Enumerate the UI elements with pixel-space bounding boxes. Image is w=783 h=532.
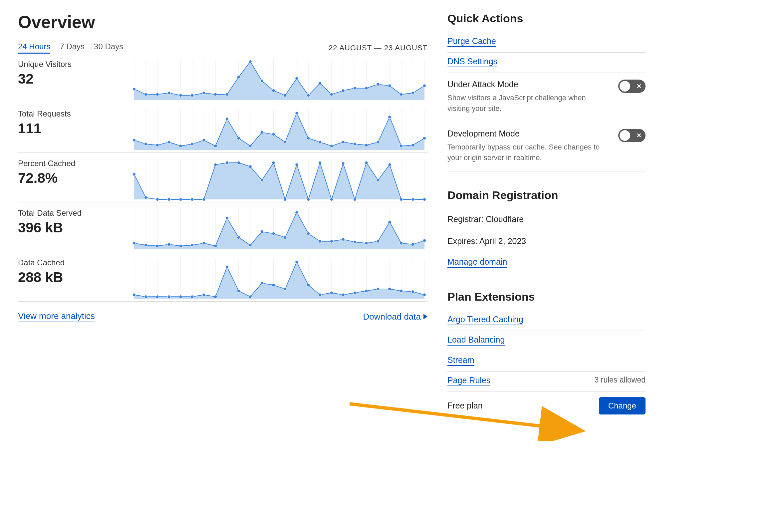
metric-value: 288 kB <box>18 269 125 285</box>
svg-point-194 <box>272 232 275 235</box>
svg-point-43 <box>330 93 333 96</box>
page-rules-note: 3 rules allowed <box>595 376 646 384</box>
svg-point-147 <box>330 198 333 201</box>
metric-value: 32 <box>18 71 125 87</box>
svg-point-183 <box>144 244 147 247</box>
metric-row: Total Requests111 <box>18 103 428 153</box>
purge-cache-link[interactable]: Purge Cache <box>447 36 496 47</box>
svg-point-149 <box>353 198 356 201</box>
metric-value: 72.8% <box>18 170 125 186</box>
argo-tiered-caching-link[interactable]: Argo Tiered Caching <box>447 315 523 325</box>
svg-point-202 <box>365 242 368 245</box>
page-rules-link[interactable]: Page Rules <box>447 376 490 386</box>
svg-point-193 <box>260 230 263 233</box>
svg-point-130 <box>133 173 136 176</box>
tab-30-days[interactable]: 30 Days <box>94 42 123 54</box>
svg-point-89 <box>260 131 263 134</box>
svg-point-151 <box>377 179 379 182</box>
svg-point-186 <box>179 244 182 247</box>
svg-point-256 <box>388 288 391 291</box>
svg-point-49 <box>400 93 403 96</box>
svg-point-184 <box>156 244 159 247</box>
svg-point-42 <box>319 82 321 85</box>
svg-point-135 <box>191 198 194 201</box>
svg-point-140 <box>249 165 252 168</box>
svg-point-235 <box>144 295 147 298</box>
svg-point-242 <box>226 265 229 268</box>
svg-point-198 <box>319 240 321 243</box>
svg-point-91 <box>284 140 287 144</box>
svg-point-203 <box>377 240 379 243</box>
svg-point-86 <box>226 118 229 121</box>
svg-point-244 <box>249 295 252 298</box>
svg-point-85 <box>214 145 217 148</box>
svg-point-191 <box>237 236 240 239</box>
metric-value: 111 <box>18 121 125 136</box>
svg-point-192 <box>249 244 252 247</box>
svg-point-32 <box>202 92 206 95</box>
domain-registration-section: Domain Registration Registrar: Cloudflar… <box>447 189 646 273</box>
change-plan-button[interactable]: Change <box>599 397 646 414</box>
svg-point-196 <box>295 211 298 214</box>
svg-point-190 <box>226 217 229 220</box>
svg-point-93 <box>307 137 310 140</box>
load-balancing-link[interactable]: Load Balancing <box>447 335 505 346</box>
svg-point-103 <box>423 137 426 140</box>
svg-point-30 <box>179 94 182 97</box>
registrar-row: Registrar: Cloudflare <box>447 209 646 231</box>
date-range: 22 AUGUST — 23 AUGUST <box>328 43 428 52</box>
sparkline-chart <box>131 159 428 202</box>
quick-actions-section: Quick Actions Purge Cache DNS Settings U… <box>447 12 646 171</box>
close-icon: ✕ <box>636 132 641 138</box>
svg-point-188 <box>202 242 206 245</box>
stream-link[interactable]: Stream <box>447 355 474 366</box>
under-attack-title: Under Attack Mode <box>447 80 608 89</box>
metric-row: Total Data Served396 kB <box>18 202 428 252</box>
svg-point-46 <box>365 87 368 90</box>
view-more-analytics-link[interactable]: View more analytics <box>18 311 95 322</box>
tab-7-days[interactable]: 7 Days <box>60 42 85 54</box>
svg-point-138 <box>226 161 229 164</box>
svg-point-207 <box>423 239 426 242</box>
svg-point-101 <box>400 145 403 148</box>
svg-point-199 <box>330 240 333 243</box>
svg-point-98 <box>365 144 368 147</box>
manage-domain-link[interactable]: Manage domain <box>447 257 507 268</box>
svg-point-240 <box>202 293 206 296</box>
svg-point-132 <box>156 198 159 201</box>
metric-label: Percent Cached <box>18 159 125 168</box>
svg-point-251 <box>330 291 333 294</box>
metric-row: Unique Visitors32 <box>18 54 428 103</box>
svg-point-249 <box>307 284 310 287</box>
svg-point-197 <box>307 232 310 235</box>
svg-point-136 <box>202 198 206 201</box>
svg-point-195 <box>284 236 287 239</box>
svg-point-47 <box>377 83 379 86</box>
svg-point-205 <box>400 242 403 245</box>
dns-settings-link[interactable]: DNS Settings <box>447 57 497 67</box>
svg-point-44 <box>342 89 345 92</box>
svg-point-253 <box>353 291 356 294</box>
svg-point-206 <box>411 243 414 246</box>
svg-point-36 <box>249 60 252 63</box>
svg-point-78 <box>133 139 136 142</box>
svg-point-95 <box>330 145 333 148</box>
svg-point-146 <box>319 161 321 164</box>
svg-point-201 <box>353 241 356 244</box>
quick-actions-heading: Quick Actions <box>447 12 646 25</box>
tab-24-hours[interactable]: 24 Hours <box>18 42 50 54</box>
svg-point-152 <box>388 163 391 166</box>
svg-point-31 <box>191 94 194 97</box>
svg-point-200 <box>342 238 345 241</box>
svg-point-141 <box>260 179 263 182</box>
download-data-label: Download data <box>363 312 421 322</box>
plan-label: Free plan <box>447 401 483 410</box>
svg-point-133 <box>167 198 170 201</box>
svg-point-259 <box>423 293 426 296</box>
time-range-tabs: 24 Hours 7 Days 30 Days <box>18 42 123 54</box>
download-data-link[interactable]: Download data <box>363 311 428 322</box>
under-attack-toggle[interactable]: ✕ <box>618 80 646 93</box>
svg-point-254 <box>365 289 368 292</box>
development-mode-toggle[interactable]: ✕ <box>618 129 646 142</box>
plan-extensions-heading: Plan Extensions <box>447 290 646 303</box>
